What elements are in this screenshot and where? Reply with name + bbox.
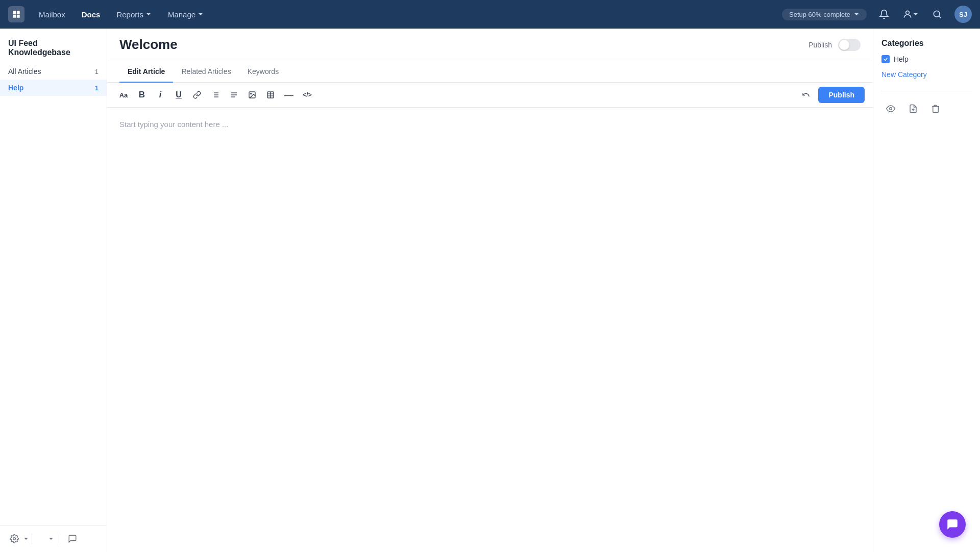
chat-icon: [946, 518, 959, 531]
main-content: Welcome Publish Edit Article Related Art…: [107, 29, 873, 552]
underline-button[interactable]: U: [170, 87, 187, 103]
list-icon: [211, 91, 219, 99]
nav-manage[interactable]: Manage: [166, 7, 206, 22]
chevron-down-icon-account: [913, 11, 919, 17]
category-label-help: Help: [894, 55, 909, 63]
nav-mailbox[interactable]: Mailbox: [37, 7, 67, 22]
chevron-down-icon: [145, 11, 152, 17]
sidebar-actions: [881, 91, 972, 118]
logo[interactable]: [8, 6, 24, 22]
article-title: Welcome: [119, 37, 178, 53]
sidebar-tools: [0, 525, 107, 552]
tabs: Edit Article Related Articles Keywords: [107, 61, 873, 83]
table-icon: [266, 91, 275, 99]
layout: UI Feed Knowledgebase All Articles 1 Hel…: [0, 29, 980, 552]
kb-title: UI Feed Knowledgebase: [0, 29, 107, 63]
toggle-thumb: [839, 40, 849, 50]
list-button[interactable]: [207, 87, 224, 103]
chevron-down-icon-settings: [23, 536, 29, 541]
nav-docs[interactable]: Docs: [80, 7, 103, 22]
search-button[interactable]: [928, 5, 946, 23]
right-sidebar: Categories Help New Category: [873, 29, 980, 552]
svg-point-18: [890, 108, 892, 110]
left-sidebar: UI Feed Knowledgebase All Articles 1 Hel…: [0, 29, 107, 552]
svg-point-1: [934, 11, 940, 17]
tab-related-articles[interactable]: Related Articles: [173, 61, 239, 83]
link-icon: [193, 91, 201, 99]
notifications-button[interactable]: [875, 5, 893, 23]
publish-section: Publish: [808, 39, 861, 51]
comment-button[interactable]: [64, 531, 81, 547]
align-button[interactable]: [226, 87, 242, 103]
chevron-down-icon-add: [48, 536, 54, 541]
chat-button[interactable]: [939, 511, 966, 538]
image-button[interactable]: [244, 87, 260, 103]
publish-label: Publish: [808, 41, 832, 49]
code-button[interactable]: </>: [299, 87, 315, 103]
svg-point-2: [13, 538, 16, 540]
chevron-down-icon-manage: [198, 11, 204, 17]
comment-icon: [68, 534, 77, 543]
font-size-button[interactable]: Aa: [115, 87, 132, 103]
preview-button[interactable]: [881, 99, 900, 118]
undo-button[interactable]: [798, 87, 814, 103]
export-button[interactable]: [904, 99, 922, 118]
article-header: Welcome Publish: [107, 29, 873, 61]
checkmark-icon: [883, 57, 888, 62]
link-button[interactable]: [189, 87, 205, 103]
svg-point-0: [906, 11, 910, 14]
setup-progress[interactable]: Setup 60% complete: [782, 9, 867, 20]
gear-icon: [10, 534, 19, 543]
publish-toggle[interactable]: [838, 39, 861, 51]
sidebar-item-all-articles[interactable]: All Articles 1: [0, 63, 107, 80]
sidebar-item-help[interactable]: Help 1: [0, 80, 107, 96]
separator2: [61, 534, 61, 544]
settings-button[interactable]: [6, 531, 22, 547]
categories-title: Categories: [881, 39, 972, 48]
table-button[interactable]: [262, 87, 279, 103]
bold-button[interactable]: B: [134, 87, 150, 103]
export-icon: [909, 104, 918, 113]
new-category-link[interactable]: New Category: [881, 70, 972, 79]
publish-button[interactable]: Publish: [818, 87, 865, 103]
topnav-right: Setup 60% complete SJ: [782, 5, 972, 23]
italic-button[interactable]: i: [152, 87, 168, 103]
separator: [32, 534, 32, 544]
chevron-down-icon-setup: [853, 11, 860, 17]
editor-body[interactable]: Start typing your content here ...: [107, 108, 873, 552]
toolbar-right: Publish: [798, 87, 865, 103]
eye-icon: [886, 104, 895, 113]
nav-reports[interactable]: Reports: [114, 7, 154, 22]
bell-icon: [879, 9, 889, 19]
editor-toolbar: Aa B i U — </>: [107, 83, 873, 108]
plus-icon: [39, 535, 46, 542]
divider-button[interactable]: —: [281, 87, 297, 103]
align-icon: [230, 91, 238, 99]
image-icon: [248, 91, 256, 99]
account-button[interactable]: [901, 5, 920, 23]
category-checkbox-help[interactable]: [881, 55, 890, 63]
user-icon: [902, 9, 913, 19]
trash-icon: [931, 104, 940, 113]
svg-point-13: [251, 93, 252, 94]
tab-edit-article[interactable]: Edit Article: [119, 61, 173, 83]
tab-keywords[interactable]: Keywords: [239, 61, 287, 83]
delete-button[interactable]: [926, 99, 945, 118]
category-help: Help: [881, 55, 972, 63]
undo-icon: [802, 91, 810, 99]
editor-placeholder: Start typing your content here ...: [119, 120, 861, 129]
topnav: Mailbox Docs Reports Manage Setup 60% co…: [0, 0, 980, 29]
add-button[interactable]: [35, 531, 58, 547]
search-icon: [932, 9, 942, 19]
avatar[interactable]: SJ: [954, 6, 972, 23]
